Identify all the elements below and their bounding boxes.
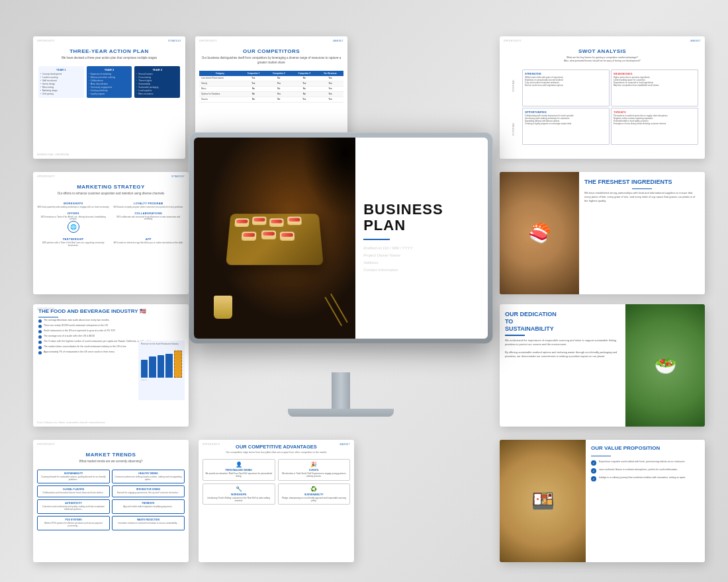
bullet-4 — [38, 335, 42, 339]
bp-title-line2: PLAN — [363, 218, 480, 233]
year-2-item-5: Community engagement — [89, 86, 130, 89]
bp-date: Drafted on DD / MM / YYYY — [363, 245, 480, 251]
mktg-offers-text: WOI introduces a 'Taste of the Month' se… — [37, 216, 110, 222]
marketing-subtitle: Our efforts to enhance customer acquisit… — [33, 192, 189, 198]
mktg-loyalty-text: WOI launch a loyalty program where custo… — [113, 206, 185, 209]
swot-weaknesses-text: Higher prices due to premium ingredients… — [614, 77, 696, 87]
year-1-item-2: Location scouting — [40, 76, 82, 79]
mktg-collaborations-text: WOI collaborate with renowned local infl… — [113, 216, 185, 222]
chart-footer: target of ... — [141, 379, 182, 381]
sushi-piece-7 — [280, 231, 295, 240]
year-2-item-7: Loyalty program — [89, 93, 130, 95]
personalized-icon: 👤 — [205, 462, 273, 468]
comp-row-3-us: Yes — [317, 86, 343, 91]
comp-row-2: Variety Yes Yes Yes Yes — [199, 81, 343, 86]
trend-pos-title: POS SYSTEMS — [40, 519, 107, 521]
year-3-item-3: Themed nights — [136, 79, 178, 82]
imac-container: BUSINESS PLAN Drafted on DD / MM / YYYY … — [179, 132, 503, 417]
mktg-loyalty-title: LOYALTY PROGRAM — [113, 202, 185, 205]
slide-market-trends: OPPORTUNITY MARKET TRENDS What market tr… — [33, 440, 189, 562]
year-3-item-5: Sustainable packaging — [136, 86, 178, 89]
trend-global: GLOBAL FLAVORS Collaborations and innova… — [37, 485, 110, 497]
value-prop-line — [591, 456, 611, 457]
comp-adv-grid: 👤 PERSONALIZED DINING We provide an inte… — [199, 456, 354, 508]
events-text: We introduce a 'Yoshi Sushi Chef' Experi… — [281, 473, 348, 478]
sustainability-adv-text: Pledge: championing our eco-friendly app… — [281, 497, 348, 503]
swot-label-right: MARKET — [690, 40, 701, 42]
year-2-item-1: Expansion of marketing — [89, 73, 130, 75]
trend-healthy-title: HEALTHY DINING — [114, 472, 182, 475]
market-trends-question: What market trends are we currently obse… — [33, 460, 189, 466]
trend-payments-text: App and mobile wallet integration simpli… — [114, 506, 182, 509]
check-icon-1: ✓ — [591, 460, 596, 466]
bp-contact: Contact Information — [363, 267, 480, 273]
comp-adv-personalized: 👤 PERSONALIZED DINING We provide an inte… — [203, 459, 275, 481]
comp-adv-title: OUR COMPETITIVE ADVANTAGES — [199, 440, 354, 451]
trend-healthy-text: Consumer preferences shifting towards nu… — [114, 476, 182, 481]
imac-stand — [179, 372, 503, 417]
year-2-col: YEAR 2 Expansion of marketing Delivery a… — [87, 66, 132, 98]
comp-row-1: Last-minute Reservations Yes No No Yes — [199, 76, 343, 81]
swot-external-text: EXTERNAL — [512, 122, 515, 136]
sustainability-text1: We understand the importance of responsi… — [505, 339, 620, 347]
freshest-title: THE FRESHEST INGREDIENTS — [584, 179, 700, 186]
swot-threats: THREATS Fluctuations in seafood prices d… — [611, 108, 698, 145]
mktg-workshops: WORKSHOPS WOI hosts quarterly sushi-maki… — [37, 202, 110, 209]
competitors-label-right: MARKET — [333, 40, 343, 42]
comp-row-5-cat: Sauces — [199, 97, 241, 102]
value-prop-item-2: ✓ savor authentic flavors in a vibrant a… — [591, 468, 700, 474]
trend-waste: WASTE REDUCTION Innovative solutions to … — [112, 516, 185, 530]
freshest-image: 🍣 — [500, 172, 579, 294]
trend-authenticity-text: Customers seek authenticity and quality,… — [40, 506, 107, 511]
sushi-visual — [194, 138, 355, 339]
workshops-text: Introducing 'Yoshi's Rolling' customers … — [205, 497, 273, 503]
food-bev-chart: Revenue for the Sushi Restaurant Industr… — [138, 341, 185, 400]
trend-global-text: Collaborations and innovative diverse fu… — [40, 492, 107, 495]
comp-row-1-c3: No — [292, 76, 317, 81]
bullet-1 — [38, 319, 42, 323]
marketing-label-left: OPPORTUNITY — [37, 175, 55, 178]
sustainability-layout: OUR DEDICATIONTOSUSTAINABILITY We unders… — [500, 304, 705, 427]
competitors-label-left: OPPORTUNITY — [199, 40, 217, 42]
comp-row-1-c2: No — [266, 76, 291, 81]
year-3-item-4: Sustainability — [136, 83, 178, 85]
comp-row-5-c1: No — [241, 97, 266, 102]
bp-contact-value: Contact Information — [363, 268, 398, 272]
comp-row-2-cat: Variety — [199, 81, 241, 86]
trend-authenticity: AUTHENTICITY Customers seek authenticity… — [37, 499, 110, 514]
chopstick-1 — [324, 297, 342, 326]
sushi-piece-3 — [269, 218, 283, 227]
sustainability-content: OUR DEDICATIONTOSUSTAINABILITY We unders… — [500, 304, 625, 427]
trend-waste-title: WASTE REDUCTION — [114, 519, 182, 521]
swot-weaknesses-title: WEAKNESSES — [614, 72, 696, 75]
trend-payments: PAYMENTS App and mobile wallet integrati… — [112, 499, 185, 514]
bp-address: Address — [363, 260, 480, 266]
bullet-6 — [38, 346, 42, 349]
sustainability-label: SUSTAINABILITY — [281, 493, 348, 496]
comp-adv-workshops: 🔧 WORKSHOPS Introducing 'Yoshi's Rolling… — [203, 483, 275, 505]
sushi-placeholder: 🍣 — [500, 172, 579, 294]
value-prop-layout: 🍱 OUR VALUE PROPOSITION ✓ Experience exq… — [500, 440, 705, 562]
swot-strengths: STRENGTHS Skilled sushi chefs with years… — [522, 69, 610, 106]
action-plan-footer-left: BUSINESS PLAN - CONFIDENTIAL — [37, 153, 69, 156]
year-2-item-2: Delivery and online ordering — [89, 76, 130, 79]
comp-row-2-c3: Yes — [292, 81, 317, 86]
trend-pos-text: Modern POS systems for efficient operati… — [40, 522, 107, 528]
sustainability-image: 🥗 — [625, 304, 705, 427]
slide-sustainability: OUR DEDICATIONTOSUSTAINABILITY We unders… — [500, 304, 705, 427]
bullet-7 — [38, 351, 42, 354]
comp-col-3: Competitor 3 — [292, 71, 317, 76]
food-bev-footer-source: Source: Datanyze.com, Statista, restaura… — [37, 421, 105, 424]
mktg-partnership-title: PARTNERSHIP — [37, 237, 110, 241]
chart-bars — [141, 348, 182, 378]
bp-right: BUSINESS PLAN Drafted on DD / MM / YYYY … — [355, 138, 488, 339]
mktg-offers: OFFERS WOI introduces a 'Taste of the Mo… — [37, 212, 110, 235]
swot-weaknesses: WEAKNESSES Higher prices due to premium … — [611, 69, 698, 106]
year-2-title: YEAR 2 — [89, 68, 130, 71]
trends-grid: SUSTAINABILITY Growing demand for sustai… — [33, 467, 189, 533]
imac-body: BUSINESS PLAN Drafted on DD / MM / YYYY … — [189, 132, 493, 344]
swot-side-labels: INTERNAL EXTERNAL — [510, 67, 517, 147]
year-1-item-6: Marketing design — [40, 89, 82, 92]
imac-base — [288, 409, 394, 417]
market-trends-title: MARKET TRENDS — [33, 446, 189, 460]
